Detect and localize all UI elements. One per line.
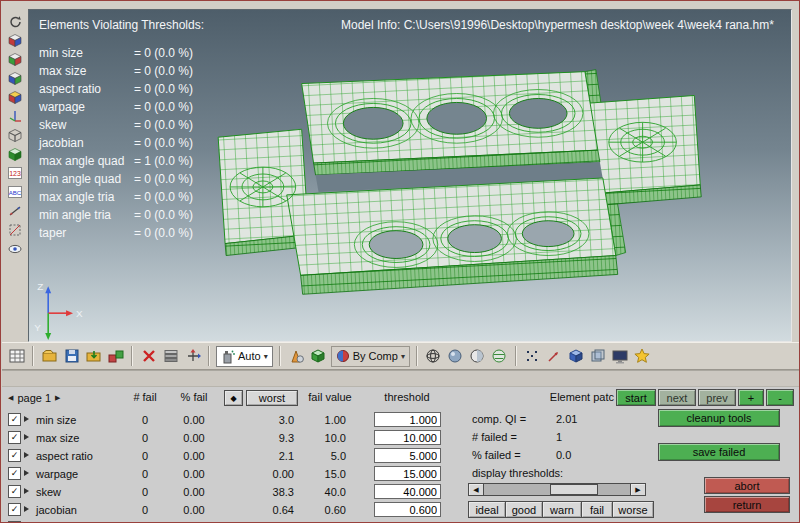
part-hole	[448, 225, 502, 253]
part-hole	[522, 221, 574, 247]
skew-switch[interactable]	[24, 488, 29, 494]
violation-value: = 0 (0.0 %)	[134, 206, 193, 224]
max-size-threshold-input[interactable]	[374, 430, 441, 445]
fail-pct: 0.00	[170, 468, 218, 480]
left-view-icon[interactable]	[7, 70, 23, 86]
fail-count: 0	[122, 486, 168, 498]
spray-can-icon	[221, 348, 235, 364]
qi-row-warpage: ✓ warpage 0 0.00 0.00 15.0	[2, 465, 472, 483]
feature-line-icon[interactable]	[490, 347, 509, 366]
slider-thumb[interactable]	[550, 484, 598, 495]
shade-mesh-icon[interactable]	[309, 347, 328, 366]
wireframe-sphere-icon[interactable]	[424, 347, 443, 366]
increase-button[interactable]: +	[738, 389, 764, 406]
spreadsheet-icon[interactable]	[7, 347, 26, 366]
page-next-arrow[interactable]: ▶	[55, 394, 60, 402]
aspect-ratio-switch[interactable]	[24, 452, 29, 458]
translate-icon[interactable]	[183, 347, 202, 366]
star-icon[interactable]	[633, 347, 652, 366]
ideal-button[interactable]: ideal	[468, 501, 506, 518]
measure-icon[interactable]	[7, 203, 23, 219]
threshold-slider[interactable]: ◀ ▶	[468, 483, 646, 496]
sort-toggle-button[interactable]: ◆	[224, 390, 243, 406]
open-folder-icon[interactable]	[40, 347, 59, 366]
main-toolbar: Auto ▾ By Comp ▾	[2, 342, 800, 370]
front-view-icon[interactable]	[7, 51, 23, 67]
worse-button[interactable]: worse	[612, 501, 654, 518]
shade-geometry-icon[interactable]	[287, 347, 306, 366]
worst-button[interactable]: worst	[246, 390, 298, 406]
iso-view-icon[interactable]	[7, 32, 23, 48]
comp-qi-value: 2.01	[556, 413, 577, 425]
violation-label: min angle tria	[39, 206, 134, 224]
points-icon[interactable]	[523, 347, 542, 366]
labels-display-icon[interactable]: ABC	[7, 184, 23, 200]
failed-count-label: # failed =	[472, 431, 556, 443]
aspect-ratio-checkbox[interactable]: ✓	[8, 449, 21, 462]
failed-pct-label: % failed =	[472, 449, 556, 461]
solid-cube-icon[interactable]	[567, 347, 586, 366]
max-size-switch[interactable]	[24, 434, 29, 440]
shaded-sphere-icon[interactable]	[446, 347, 465, 366]
save-failed-button[interactable]: save failed	[658, 443, 780, 461]
fail-count: 0	[122, 450, 168, 462]
aspect-ratio-threshold-input[interactable]	[374, 448, 441, 463]
visibility-icon[interactable]	[7, 241, 23, 257]
warpage-threshold-input[interactable]	[374, 466, 441, 481]
min-size-switch[interactable]	[24, 416, 29, 422]
good-button[interactable]: good	[505, 501, 543, 518]
violation-label: aspect ratio	[39, 80, 134, 98]
return-button[interactable]: return	[704, 496, 790, 513]
max-size-checkbox[interactable]: ✓	[8, 431, 21, 444]
jacobian-checkbox[interactable]: ✓	[8, 503, 21, 516]
transparent-cube-icon[interactable]	[589, 347, 608, 366]
warpage-checkbox[interactable]: ✓	[8, 467, 21, 480]
decrease-button[interactable]: -	[766, 389, 794, 406]
slider-right-arrow[interactable]: ▶	[630, 483, 646, 496]
slider-left-arrow[interactable]: ◀	[468, 483, 484, 496]
hidden-line-icon[interactable]	[468, 347, 487, 366]
abort-button[interactable]: abort	[704, 477, 790, 494]
cleanup-tools-button[interactable]: cleanup tools	[658, 409, 780, 427]
fail-button[interactable]: fail	[581, 501, 613, 518]
row-label: max size	[36, 432, 79, 444]
shaded-cube-icon[interactable]	[7, 146, 23, 162]
prev-button[interactable]: prev	[698, 389, 736, 406]
save-icon[interactable]	[62, 347, 81, 366]
slider-track[interactable]	[484, 483, 630, 496]
skew-checkbox[interactable]: ✓	[8, 485, 21, 498]
graphics-viewport[interactable]: Z X Y Elements Violating Thresholds: Mod…	[28, 9, 792, 342]
failed-pct-stat: % failed = 0.0	[472, 449, 571, 461]
top-view-icon[interactable]	[7, 89, 23, 105]
axes-icon[interactable]	[7, 108, 23, 124]
wireframe-cube-icon[interactable]	[7, 127, 23, 143]
violation-label: min size	[39, 44, 134, 62]
row-label: jacobian	[36, 504, 77, 516]
rotate-view-icon[interactable]	[7, 13, 23, 29]
warpage-switch[interactable]	[24, 470, 29, 476]
worst-value: 2.1	[240, 450, 294, 462]
skew-threshold-input[interactable]	[374, 484, 441, 499]
layers-icon[interactable]	[161, 347, 180, 366]
jacobian-switch[interactable]	[24, 506, 29, 512]
auto-color-combo[interactable]: Auto ▾	[216, 346, 273, 367]
jacobian-threshold-input[interactable]	[374, 502, 441, 517]
section-cut-icon[interactable]	[7, 222, 23, 238]
violation-value: = 0 (0.0 %)	[134, 62, 193, 80]
min-size-threshold-input[interactable]	[374, 412, 441, 427]
page-selector[interactable]: ◀ page 1 ▶	[8, 390, 60, 405]
organize-cubes-icon[interactable]	[106, 347, 125, 366]
screen-icon[interactable]	[611, 347, 630, 366]
next-button[interactable]: next	[658, 389, 696, 406]
delete-icon[interactable]	[139, 347, 158, 366]
start-button[interactable]: start	[616, 389, 656, 406]
warn-button[interactable]: warn	[542, 501, 582, 518]
page-prev-arrow[interactable]: ◀	[8, 394, 13, 402]
triad-z-label: Z	[37, 281, 43, 292]
numbers-display-icon[interactable]: 123	[7, 165, 23, 181]
min-size-checkbox[interactable]: ✓	[8, 413, 21, 426]
vectors-icon[interactable]	[545, 347, 564, 366]
by-comp-combo[interactable]: By Comp ▾	[331, 346, 410, 367]
import-icon[interactable]	[84, 347, 103, 366]
right-wing-washer	[609, 122, 677, 162]
